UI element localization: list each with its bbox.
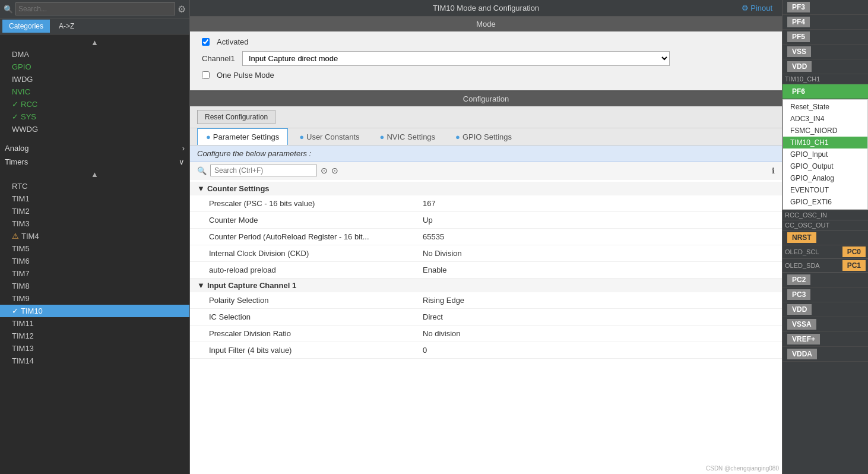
dropdown-adc3-in4[interactable]: ADC3_IN4	[783, 113, 867, 125]
pc0-box[interactable]: PC0	[842, 247, 866, 257]
pf4-box: PF4	[787, 17, 810, 27]
right-panel: PF3 PF4 PF5 VSS VDD TIM10_CH1 PF6 Reset_…	[782, 0, 868, 474]
param-polarity-value[interactable]: Rising Edge	[416, 294, 471, 306]
sidebar-item-tim2[interactable]: TIM2	[0, 205, 189, 217]
tab-parameter-settings[interactable]: ● Parameter Settings	[197, 128, 288, 145]
sidebar-item-tim9[interactable]: TIM9	[0, 292, 189, 305]
pin-pc2[interactable]: PC2	[783, 273, 868, 287]
sidebar-item-dma[interactable]: DMA	[0, 48, 189, 61]
dropdown-fsmc-niord[interactable]: FSMC_NIORD	[783, 125, 867, 137]
param-autoreload-value[interactable]: Enable	[416, 264, 454, 276]
scroll-up-btn[interactable]: ▲	[0, 37, 189, 48]
next-nav-btn[interactable]: ⊙	[331, 166, 338, 175]
pin-vssa[interactable]: VSSA	[783, 317, 868, 332]
input-capture-group[interactable]: ▼ Input Capture Channel 1	[190, 279, 782, 292]
sidebar-gear-icon[interactable]: ⚙	[178, 4, 186, 15]
param-counter-mode-value[interactable]: Up	[416, 214, 440, 226]
sidebar-item-tim7[interactable]: TIM7	[0, 267, 189, 280]
param-polarity: Polarity Selection Rising Edge	[190, 292, 782, 309]
config-search-label: Configure the below parameters :	[197, 149, 311, 158]
pin-vdd-top[interactable]: VDD	[783, 59, 868, 74]
sidebar-item-tim5[interactable]: TIM5	[0, 242, 189, 255]
pin-pc3[interactable]: PC3	[783, 287, 868, 302]
param-counter-period: Counter Period (AutoReload Register - 16…	[190, 229, 782, 245]
sidebar-item-tim1[interactable]: TIM1	[0, 192, 189, 205]
sidebar-item-tim3[interactable]: TIM3	[0, 217, 189, 230]
pin-pf5[interactable]: PF5	[783, 30, 868, 45]
dropdown-eventout[interactable]: EVENTOUT	[783, 184, 867, 196]
pin-vss[interactable]: VSS	[783, 45, 868, 59]
channel1-select[interactable]: Input Capture direct mode Disable PWM In…	[242, 51, 670, 66]
tab-categories[interactable]: Categories	[2, 20, 50, 33]
activated-checkbox[interactable]	[202, 38, 210, 46]
sidebar-section-analog[interactable]: Analog ›	[0, 141, 189, 155]
param-prescaler-div-value[interactable]: No division	[416, 327, 468, 340]
nvic-tab-icon: ●	[380, 132, 385, 141]
param-input-filter-value[interactable]: 0	[416, 344, 434, 356]
pin-pf6[interactable]: PF6	[783, 84, 868, 99]
tab-gpio-settings[interactable]: ● GPIO Settings	[446, 128, 521, 145]
sidebar-section-timers[interactable]: Timers ∨	[0, 155, 189, 169]
param-search-input[interactable]	[210, 165, 317, 176]
param-ic-selection: IC Selection Direct	[190, 309, 782, 326]
param-polarity-name: Polarity Selection	[190, 294, 416, 306]
pin-pf3[interactable]: PF3	[783, 0, 868, 15]
pin-vdda[interactable]: VDDA	[783, 347, 868, 362]
param-input-filter: Input Filter (4 bits value) 0	[190, 342, 782, 359]
pin-nrst[interactable]: NRST	[783, 230, 868, 245]
counter-settings-group[interactable]: ▼ Counter Settings	[190, 182, 782, 195]
one-pulse-checkbox[interactable]	[202, 71, 210, 79]
pin-vdd-bottom[interactable]: VDD	[783, 302, 868, 317]
timers-scroll-up[interactable]: ▲	[0, 169, 189, 180]
channel1-label: Channel1	[202, 54, 237, 63]
param-tab-icon: ●	[206, 132, 211, 141]
rcc-osc-in-label: RCC_OSC_IN	[785, 211, 827, 219]
param-prescaler-value[interactable]: 167	[416, 197, 443, 210]
sidebar-item-wwdg[interactable]: WWDG	[0, 123, 189, 135]
sidebar-item-gpio[interactable]: GPIO	[0, 61, 189, 73]
tab-nvic-settings[interactable]: ● NVIC Settings	[371, 128, 445, 145]
sidebar-item-tim12[interactable]: TIM12	[0, 330, 189, 342]
pc1-box[interactable]: PC1	[842, 260, 866, 271]
sidebar-item-sys[interactable]: ✓SYS	[0, 110, 189, 123]
sidebar-item-rcc[interactable]: ✓RCC	[0, 98, 189, 110]
reset-config-button[interactable]: Reset Configuration	[197, 110, 275, 124]
sidebar-item-tim4[interactable]: ⚠TIM4	[0, 230, 189, 242]
pinout-link[interactable]: ⚙ Pinout	[742, 4, 772, 12]
tab-user-constants[interactable]: ● User Constants	[290, 128, 368, 145]
sidebar-item-tim10[interactable]: ✓TIM10	[0, 305, 189, 317]
prev-nav-btn[interactable]: ⊙	[321, 166, 328, 175]
param-counter-period-value[interactable]: 65535	[416, 230, 451, 243]
dropdown-gpio-output[interactable]: GPIO_Output	[783, 160, 867, 172]
pin-vref[interactable]: VREF+	[783, 332, 868, 347]
dropdown-gpio-analog[interactable]: GPIO_Analog	[783, 172, 867, 184]
mode-section: Mode Activated Channel1 Input Capture di…	[190, 17, 782, 91]
dropdown-reset-state[interactable]: Reset_State	[783, 101, 867, 113]
dropdown-tim10-ch1[interactable]: TIM10_CH1	[783, 137, 867, 148]
oled-scl-label: OLED_SCL	[785, 248, 819, 255]
param-ic-selection-value[interactable]: Direct	[416, 311, 450, 323]
sidebar-item-tim14[interactable]: TIM14	[0, 355, 189, 367]
mode-header: Mode	[190, 17, 782, 31]
sidebar-item-tim8[interactable]: TIM8	[0, 280, 189, 292]
param-prescaler: Prescaler (PSC - 16 bits value) 167	[190, 195, 782, 212]
dropdown-gpio-input[interactable]: GPIO_Input	[783, 148, 867, 160]
sidebar-item-tim13[interactable]: TIM13	[0, 342, 189, 355]
vss-box: VSS	[787, 46, 811, 57]
param-counter-mode: Counter Mode Up	[190, 212, 782, 229]
sidebar: 🔍 ⚙ Categories A->Z ▲ DMA GPIO IWDG NVIC…	[0, 0, 190, 474]
param-autoreload-name: auto-reload preload	[190, 264, 416, 276]
sidebar-content: ▲ DMA GPIO IWDG NVIC ✓RCC ✓SYS WWDG Anal…	[0, 34, 189, 474]
config-header: Configuration	[190, 91, 782, 106]
dropdown-gpio-exti6[interactable]: GPIO_EXTI6	[783, 196, 867, 208]
sidebar-search-input[interactable]	[15, 2, 175, 15]
sidebar-item-iwdg[interactable]: IWDG	[0, 73, 189, 86]
sidebar-item-tim11[interactable]: TIM11	[0, 317, 189, 330]
sidebar-item-nvic[interactable]: NVIC	[0, 86, 189, 98]
param-ckd-value[interactable]: No Division	[416, 247, 469, 260]
tab-az[interactable]: A->Z	[52, 20, 81, 33]
pin-pf4[interactable]: PF4	[783, 15, 868, 30]
sidebar-item-rtc[interactable]: RTC	[0, 180, 189, 192]
sidebar-item-tim6[interactable]: TIM6	[0, 255, 189, 267]
nrst-box: NRST	[787, 232, 816, 243]
